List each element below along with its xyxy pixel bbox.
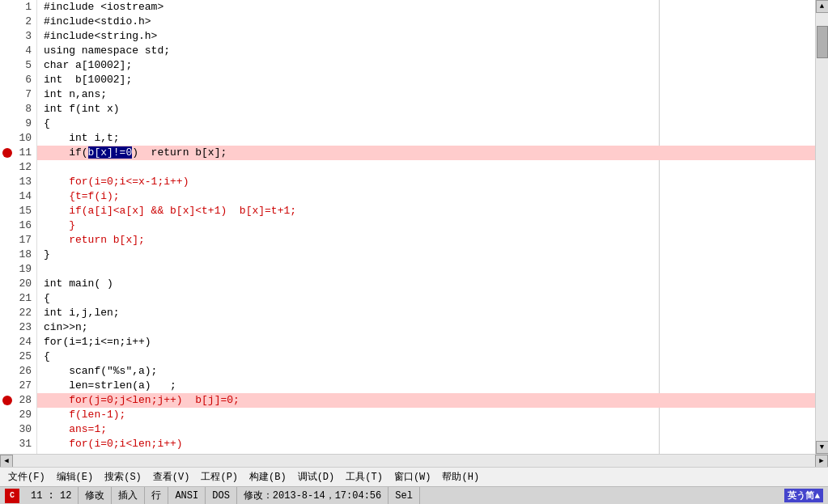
code-line-4[interactable]: using namespace std;	[37, 44, 815, 58]
line-number-17: 17	[18, 233, 32, 248]
breakpoint-marker-1[interactable]	[0, 0, 15, 15]
line-number-3: 3	[18, 29, 32, 44]
breakpoint-marker-26[interactable]	[0, 364, 15, 379]
code-area[interactable]: #include <iostream>#include<stdio.h>#inc…	[37, 0, 815, 454]
code-line-26[interactable]: scanf("%s",a);	[37, 364, 815, 379]
code-text-16: }	[44, 219, 75, 231]
breakpoint-marker-3[interactable]	[0, 29, 15, 44]
code-line-7[interactable]: int n,ans;	[37, 87, 815, 102]
code-text-31: for(i=0;i<len;i++)	[44, 438, 183, 450]
code-line-8[interactable]: int f(int x)	[37, 102, 815, 116]
menu-item-build[interactable]: 构建(B)	[244, 468, 291, 485]
editor-container: 1234567891011121314151617181920212223242…	[0, 0, 828, 467]
breakpoint-marker-21[interactable]	[0, 291, 15, 306]
code-line-23[interactable]: cin>>n;	[37, 320, 815, 335]
code-line-10[interactable]: int i,t;	[37, 131, 815, 146]
scroll-up-arrow[interactable]: ▲	[816, 0, 829, 13]
breakpoint-marker-22[interactable]	[0, 306, 15, 320]
breakpoint-marker-23[interactable]	[0, 320, 15, 335]
code-text-17: return b[x];	[44, 234, 145, 246]
horizontal-scrollbar[interactable]: ◀ ▶	[0, 454, 828, 467]
code-line-14[interactable]: {t=f(i);	[37, 189, 815, 204]
code-line-25[interactable]: {	[37, 349, 815, 364]
code-text-3: #include<string.h>	[44, 30, 157, 42]
breakpoint-marker-18[interactable]	[0, 248, 15, 262]
status-insert: 插入	[112, 487, 145, 504]
vertical-scrollbar[interactable]: ▲ ▼	[815, 0, 828, 454]
breakpoint-marker-27[interactable]	[0, 379, 15, 393]
breakpoint-marker-7[interactable]	[0, 87, 15, 102]
code-text-26: scanf("%s",a);	[44, 365, 157, 377]
code-line-11[interactable]: if(b[x]!=0) return b[x];	[37, 146, 815, 160]
line-number-18: 18	[18, 248, 32, 262]
code-line-1[interactable]: #include <iostream>	[37, 0, 815, 15]
breakpoint-marker-9[interactable]	[0, 116, 15, 131]
code-line-24[interactable]: for(i=1;i<=n;i++)	[37, 335, 815, 349]
breakpoint-marker-4[interactable]	[0, 44, 15, 58]
code-line-27[interactable]: len=strlen(a) ;	[37, 379, 815, 393]
line-number-27: 27	[18, 379, 32, 393]
menu-item-tools[interactable]: 工具(T)	[341, 468, 388, 485]
menu-item-file[interactable]: 文件(F)	[3, 468, 50, 485]
status-encoding: ANSI	[168, 487, 206, 504]
scroll-h-track[interactable]	[13, 455, 815, 468]
code-line-12[interactable]	[37, 160, 815, 175]
breakpoint-marker-20[interactable]	[0, 277, 15, 291]
code-line-19[interactable]	[37, 262, 815, 277]
menu-item-edit[interactable]: 编辑(E)	[52, 468, 99, 485]
menu-item-debug[interactable]: 调试(D)	[293, 468, 340, 485]
menu-item-view[interactable]: 查看(V)	[148, 468, 195, 485]
breakpoint-marker-5[interactable]	[0, 58, 15, 73]
breakpoint-marker-29[interactable]	[0, 408, 15, 422]
breakpoint-marker-31[interactable]	[0, 437, 15, 451]
breakpoint-marker-16[interactable]	[0, 218, 15, 233]
breakpoint-marker-17[interactable]	[0, 233, 15, 248]
code-line-31[interactable]: for(i=0;i<len;i++)	[37, 437, 815, 451]
breakpoint-marker-15[interactable]	[0, 204, 15, 218]
code-line-28[interactable]: for(j=0;j<len;j++) b[j]=0;	[37, 393, 815, 408]
code-line-3[interactable]: #include<string.h>	[37, 29, 815, 44]
scroll-right-arrow[interactable]: ▶	[815, 455, 828, 468]
code-line-5[interactable]: char a[10002];	[37, 58, 815, 73]
status-flag-icon: C	[5, 489, 19, 503]
code-line-15[interactable]: if(a[i]<a[x] && b[x]<t+1) b[x]=t+1;	[37, 204, 815, 218]
code-text-2: #include<stdio.h>	[44, 15, 151, 28]
breakpoint-marker-11[interactable]	[0, 146, 15, 160]
code-line-17[interactable]: return b[x];	[37, 233, 815, 248]
breakpoint-marker-30[interactable]	[0, 422, 15, 437]
code-line-6[interactable]: int b[10002];	[37, 73, 815, 87]
breakpoint-marker-2[interactable]	[0, 15, 15, 29]
code-line-21[interactable]: {	[37, 291, 815, 306]
code-line-18[interactable]: }	[37, 248, 815, 262]
code-line-22[interactable]: int i,j,len;	[37, 306, 815, 320]
breakpoint-marker-10[interactable]	[0, 131, 15, 146]
menu-item-search[interactable]: 搜索(S)	[100, 468, 146, 485]
scroll-left-arrow[interactable]: ◀	[0, 455, 13, 468]
status-sel: Sel	[389, 487, 420, 504]
code-text-8: int f(int x)	[44, 103, 120, 115]
breakpoint-marker-19[interactable]	[0, 262, 15, 277]
breakpoint-marker-12[interactable]	[0, 160, 15, 175]
scroll-down-arrow[interactable]: ▼	[816, 441, 829, 454]
code-line-30[interactable]: ans=1;	[37, 422, 815, 437]
breakpoint-marker-14[interactable]	[0, 189, 15, 204]
breakpoint-marker-6[interactable]	[0, 73, 15, 87]
code-line-29[interactable]: f(len-1);	[37, 408, 815, 422]
code-line-16[interactable]: }	[37, 218, 815, 233]
breakpoint-marker-8[interactable]	[0, 102, 15, 116]
breakpoint-marker-24[interactable]	[0, 335, 15, 349]
line-number-25: 25	[18, 349, 32, 364]
code-line-13[interactable]: for(i=0;i<=x-1;i++)	[37, 175, 815, 189]
breakpoint-marker-28[interactable]	[0, 393, 15, 408]
line-number-20: 20	[18, 277, 32, 291]
menu-item-help[interactable]: 帮助(H)	[437, 468, 484, 485]
code-line-9[interactable]: {	[37, 116, 815, 131]
scroll-thumb[interactable]	[817, 26, 828, 58]
code-line-20[interactable]: int main( )	[37, 277, 815, 291]
line-number-21: 21	[18, 291, 32, 306]
menu-item-project[interactable]: 工程(P)	[196, 468, 243, 485]
menu-item-window[interactable]: 窗口(W)	[389, 468, 436, 485]
code-line-2[interactable]: #include<stdio.h>	[37, 15, 815, 29]
breakpoint-marker-13[interactable]	[0, 175, 15, 189]
breakpoint-marker-25[interactable]	[0, 349, 15, 364]
